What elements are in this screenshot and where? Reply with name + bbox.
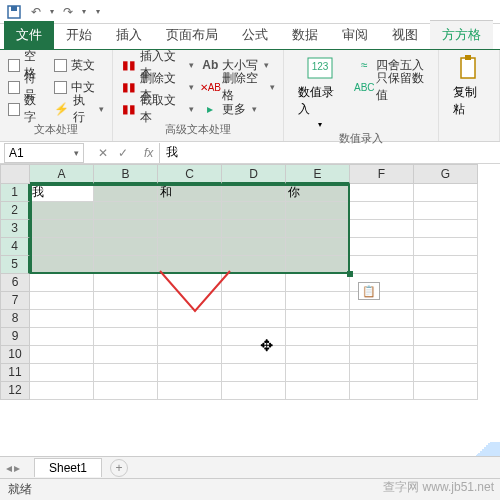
cell-e6[interactable] [286, 274, 350, 292]
redo-dropdown-icon[interactable]: ▾ [82, 7, 86, 16]
col-header-g[interactable]: G [414, 164, 478, 184]
cell-g10[interactable] [414, 346, 478, 364]
row-header-2[interactable]: 2 [0, 202, 30, 220]
row-header-12[interactable]: 12 [0, 382, 30, 400]
cell-c2[interactable] [158, 202, 222, 220]
cell-a1[interactable]: 我 [30, 184, 94, 202]
col-header-c[interactable]: C [158, 164, 222, 184]
cell-f5[interactable] [350, 256, 414, 274]
col-header-d[interactable]: D [222, 164, 286, 184]
cell-e2[interactable] [286, 202, 350, 220]
cell-c7[interactable] [158, 292, 222, 310]
row-header-3[interactable]: 3 [0, 220, 30, 238]
cell-d10[interactable] [222, 346, 286, 364]
cell-a7[interactable] [30, 292, 94, 310]
tab-addin[interactable]: 方方格 [430, 20, 493, 49]
cell-f3[interactable] [350, 220, 414, 238]
col-header-e[interactable]: E [286, 164, 350, 184]
cell-g6[interactable] [414, 274, 478, 292]
cell-g12[interactable] [414, 382, 478, 400]
tab-home[interactable]: 开始 [54, 21, 104, 49]
cell-g3[interactable] [414, 220, 478, 238]
keep-values-button[interactable]: ABC只保留数值 [356, 76, 429, 98]
row-header-5[interactable]: 5 [0, 256, 30, 274]
cell-g5[interactable] [414, 256, 478, 274]
cell-c4[interactable] [158, 238, 222, 256]
cell-e11[interactable] [286, 364, 350, 382]
execute-button[interactable]: ⚡执行▾ [54, 98, 105, 120]
tab-view[interactable]: 视图 [380, 21, 430, 49]
row-header-11[interactable]: 11 [0, 364, 30, 382]
accept-formula-icon[interactable]: ✓ [118, 146, 128, 160]
check-english[interactable]: 英文 [54, 54, 105, 76]
copy-paste-button[interactable]: 复制粘 [447, 54, 492, 118]
cell-b6[interactable] [94, 274, 158, 292]
cell-b12[interactable] [94, 382, 158, 400]
qat-customize-icon[interactable]: ▾ [96, 7, 100, 16]
cell-e5[interactable] [286, 256, 350, 274]
cell-e3[interactable] [286, 220, 350, 238]
cell-d8[interactable] [222, 310, 286, 328]
cell-b7[interactable] [94, 292, 158, 310]
row-header-8[interactable]: 8 [0, 310, 30, 328]
row-header-6[interactable]: 6 [0, 274, 30, 292]
cell-a11[interactable] [30, 364, 94, 382]
paste-options-button[interactable]: 📋 [358, 282, 380, 300]
cell-f10[interactable] [350, 346, 414, 364]
cell-a5[interactable] [30, 256, 94, 274]
cell-f1[interactable] [350, 184, 414, 202]
cell-d5[interactable] [222, 256, 286, 274]
cell-d1[interactable] [222, 184, 286, 202]
cell-c9[interactable] [158, 328, 222, 346]
cell-b1[interactable] [94, 184, 158, 202]
cell-c12[interactable] [158, 382, 222, 400]
cell-f12[interactable] [350, 382, 414, 400]
redo-icon[interactable]: ↷ [60, 4, 76, 20]
cell-g7[interactable] [414, 292, 478, 310]
cell-b2[interactable] [94, 202, 158, 220]
cell-c10[interactable] [158, 346, 222, 364]
cell-c1[interactable]: 和 [158, 184, 222, 202]
cell-g2[interactable] [414, 202, 478, 220]
sheet-tab-1[interactable]: Sheet1 [34, 458, 102, 477]
tab-file[interactable]: 文件 [4, 21, 54, 49]
row-header-10[interactable]: 10 [0, 346, 30, 364]
cell-a10[interactable] [30, 346, 94, 364]
cell-a12[interactable] [30, 382, 94, 400]
col-header-a[interactable]: A [30, 164, 94, 184]
cell-b4[interactable] [94, 238, 158, 256]
cell-g4[interactable] [414, 238, 478, 256]
col-header-f[interactable]: F [350, 164, 414, 184]
cell-a6[interactable] [30, 274, 94, 292]
cell-b5[interactable] [94, 256, 158, 274]
cell-d12[interactable] [222, 382, 286, 400]
cancel-formula-icon[interactable]: ✕ [98, 146, 108, 160]
cell-c3[interactable] [158, 220, 222, 238]
cell-a9[interactable] [30, 328, 94, 346]
cell-g1[interactable] [414, 184, 478, 202]
cell-d7[interactable] [222, 292, 286, 310]
undo-dropdown-icon[interactable]: ▾ [50, 7, 54, 16]
cell-f11[interactable] [350, 364, 414, 382]
cell-b3[interactable] [94, 220, 158, 238]
cell-g11[interactable] [414, 364, 478, 382]
cell-f2[interactable] [350, 202, 414, 220]
cell-e10[interactable] [286, 346, 350, 364]
tab-page-layout[interactable]: 页面布局 [154, 21, 230, 49]
cell-e9[interactable] [286, 328, 350, 346]
numeric-input-button[interactable]: 123 数值录入▾ [292, 54, 348, 129]
cell-a2[interactable] [30, 202, 94, 220]
tab-formulas[interactable]: 公式 [230, 21, 280, 49]
select-all-corner[interactable] [0, 164, 30, 184]
cell-c6[interactable] [158, 274, 222, 292]
cell-g8[interactable] [414, 310, 478, 328]
cell-d6[interactable] [222, 274, 286, 292]
check-number[interactable]: 数字 [8, 98, 46, 120]
add-sheet-button[interactable]: + [110, 459, 128, 477]
fill-handle[interactable] [347, 271, 353, 277]
extract-text-button[interactable]: ▮▮截取文本▾ [121, 98, 194, 120]
tab-review[interactable]: 审阅 [330, 21, 380, 49]
cell-g9[interactable] [414, 328, 478, 346]
sheet-nav-prev-icon[interactable]: ◂ [6, 461, 12, 475]
row-header-7[interactable]: 7 [0, 292, 30, 310]
